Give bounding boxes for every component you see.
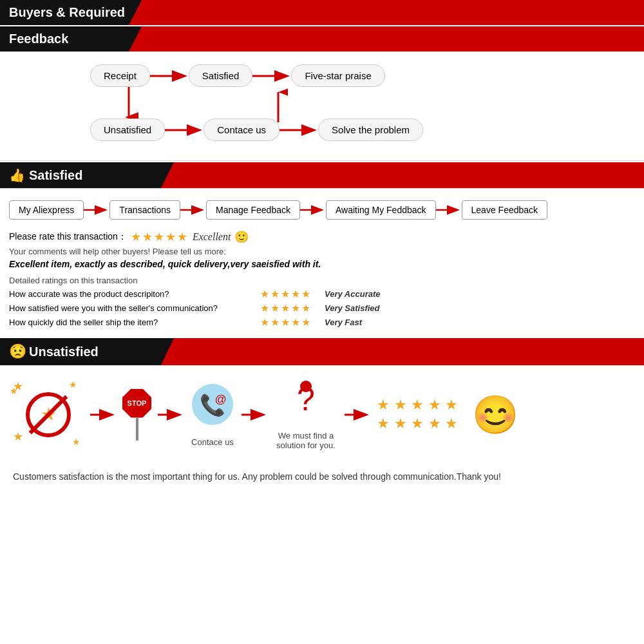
shipping-stars: ★★★★★ — [260, 316, 318, 328]
nav-manage-feedback[interactable]: Manage Feedback — [206, 200, 300, 220]
accuracy-label: How accurate was the product descripiton… — [9, 289, 254, 299]
rating-stars-main: ★★★★★ — [131, 230, 189, 244]
smiley-icon: 🙂 — [234, 230, 249, 244]
closing-text: Customers satisfaction is the most impor… — [13, 463, 631, 484]
arrow-receipt-satisfied — [150, 70, 189, 82]
stop-octagon: STOP — [122, 389, 151, 418]
satisfied-flow-box: Satisfied — [189, 64, 253, 87]
svg-point-17 — [300, 381, 312, 392]
find-solution-label: We must find a solution for you. — [274, 431, 338, 450]
buyers-required-header: Buyers & Required — [0, 0, 644, 25]
contact-us-label: Contace us — [191, 437, 234, 447]
bottom-smiley: 😊 — [472, 393, 518, 437]
nav-flow: My Aliexpress Transactions Manage Feedba… — [0, 189, 644, 226]
communication-label: How satisfied were you with the seller's… — [9, 303, 254, 313]
rating-row-communication: How satisfied were you with the seller's… — [9, 302, 635, 314]
solve-problem-box: Solve the problem — [318, 118, 423, 141]
feedback-title: Feedback — [9, 32, 68, 46]
big-star-10: ★ — [445, 415, 460, 432]
sample-comment: Excellent item, exactly as described, qu… — [9, 259, 635, 269]
excellent-label: Excellent — [193, 231, 231, 243]
communication-stars: ★★★★★ — [260, 302, 318, 314]
receipt-box: Receipt — [90, 64, 150, 87]
big-star-1: ★ — [377, 397, 392, 413]
arrow-to-stars — [345, 408, 370, 421]
arrow-to-stop — [90, 408, 116, 421]
big-star-2: ★ — [394, 397, 410, 413]
big-star-6: ★ — [377, 415, 392, 432]
rating-section: Please rate this transaction： ★★★★★ Exce… — [0, 226, 644, 337]
nav-leave-feedback[interactable]: Leave Feedback — [462, 200, 548, 220]
arrow-to-contact — [158, 408, 184, 421]
big-star-3: ★ — [411, 397, 426, 413]
arrow-to-question — [242, 408, 267, 421]
rating-row-accuracy: How accurate was the product descripiton… — [9, 288, 635, 300]
accuracy-stars: ★★★★★ — [260, 288, 318, 300]
arrow-unsatisfied-contact — [165, 124, 204, 137]
rating-row-shipping: How quickly did the seller ship the item… — [9, 316, 635, 328]
comment-hint: Your comments will help other buyers! Pl… — [9, 247, 635, 256]
rating-line: Please rate this transaction： ★★★★★ Exce… — [9, 230, 635, 244]
big-star-4: ★ — [428, 397, 444, 413]
bottom-flow: ★ ★ ★ ★ ★ ★ STOP — [13, 379, 631, 450]
feedback-header: Feedback — [0, 26, 644, 52]
nav-awaiting[interactable]: Awaiting My Feddback — [326, 200, 436, 220]
big-star-7: ★ — [394, 415, 410, 432]
flow-diagram: Receipt Satisfied Five-star praise — [0, 52, 644, 161]
phone-at-icon: 📞 @ — [190, 382, 235, 435]
big-stars-grid: ★ ★ ★ ★ ★ ★ ★ ★ ★ ★ — [377, 397, 460, 432]
no-sign-circle: ★ — [26, 392, 71, 437]
satisfied-title: Satisfied — [29, 168, 82, 183]
contact-icon-area: 📞 @ Contace us — [190, 382, 235, 447]
stop-pole — [136, 418, 138, 440]
big-star-9: ★ — [428, 415, 444, 432]
shipping-label: How quickly did the seller ship the item… — [9, 317, 254, 327]
five-star-box: Five-star praise — [291, 64, 384, 87]
thumb-up-icon: 👍 — [9, 167, 25, 183]
unsatisfied-flow-box: Unsatisfied — [90, 118, 165, 141]
unsatisfied-section-header: 😟 Unsatisfied — [0, 338, 644, 365]
accuracy-verdict: Very Accurate — [325, 289, 380, 299]
question-icon: ? — [287, 379, 325, 428]
big-star-8: ★ — [411, 415, 426, 432]
unsatisfied-title: Unsatisfied — [29, 345, 99, 359]
rating-label: Please rate this transaction： — [9, 231, 127, 243]
up-arrow — [269, 87, 288, 125]
big-star-5: ★ — [445, 397, 460, 413]
svg-text:@: @ — [214, 393, 226, 406]
no-stars-icon: ★ ★ ★ ★ ★ ★ — [13, 379, 84, 450]
nav-my-aliexpress[interactable]: My Aliexpress — [9, 200, 84, 220]
shipping-verdict: Very Fast — [325, 317, 362, 327]
detailed-ratings-label: Detailed ratings on this transaction — [9, 276, 635, 285]
frown-icon: 😟 — [9, 343, 26, 360]
arrow-contact-solve — [279, 124, 318, 137]
arrow-satisfied-fivestar — [252, 70, 291, 82]
stop-sign-area: STOP — [122, 389, 151, 440]
nav-transactions[interactable]: Transactions — [109, 200, 180, 220]
communication-verdict: Very Satisfied — [325, 303, 380, 313]
bottom-section: ★ ★ ★ ★ ★ ★ STOP — [0, 366, 644, 497]
satisfied-section-header: 👍 Satisfied — [0, 162, 644, 188]
solution-area: ? We must find a solution for you. — [274, 379, 338, 450]
